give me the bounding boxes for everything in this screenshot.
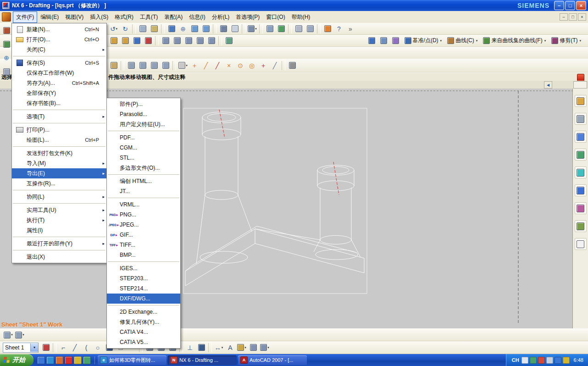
- hd3d-tools-icon[interactable]: [575, 166, 587, 178]
- curves-from-curveset-button[interactable]: 来自曲线集的曲线(F)▾: [481, 35, 548, 46]
- volume-icon[interactable]: [546, 357, 553, 364]
- part-navigator-icon[interactable]: [575, 131, 587, 143]
- file-menu-item[interactable]: 打开(O)...Ctrl+O: [12, 34, 106, 44]
- file-menu-item[interactable]: 属性(I): [12, 225, 106, 235]
- export-submenu-item[interactable]: STEP203...: [107, 273, 180, 283]
- point-constructor-icon[interactable]: ⊕: [1, 52, 12, 63]
- export-submenu-item[interactable]: 编创 HTML...: [107, 176, 180, 186]
- snap-intersection-icon[interactable]: ×: [223, 60, 234, 71]
- file-menu-item[interactable]: 新建(N)...Ctrl+N: [12, 24, 106, 34]
- history-icon[interactable]: [575, 184, 587, 196]
- scroll-left-button[interactable]: ◀: [544, 81, 552, 89]
- export-submenu-item[interactable]: JPEG▸JPEG...: [107, 220, 180, 230]
- layer-settings-icon[interactable]: [293, 23, 304, 34]
- export-submenu-item[interactable]: PNG▸PNG...: [107, 210, 180, 220]
- snap-control-point-icon[interactable]: ╱: [212, 60, 223, 71]
- datum-axis-icon[interactable]: [120, 35, 131, 46]
- edge-blend-icon[interactable]: [194, 35, 205, 46]
- menubar-item-12[interactable]: 帮助(H): [288, 11, 314, 23]
- file-menu-item[interactable]: 协同(L)▸: [12, 192, 106, 202]
- align-center-icon[interactable]: [137, 60, 148, 71]
- scratch-pad-icon[interactable]: [575, 238, 587, 250]
- file-menu-item[interactable]: 绘图(L)...Ctrl+P: [12, 135, 106, 145]
- language-indicator[interactable]: CH: [512, 357, 519, 363]
- export-submenu-item[interactable]: DXF/DWG...: [107, 294, 180, 304]
- file-menu-item[interactable]: 打印(P)...: [12, 125, 106, 135]
- measure-icon[interactable]: [223, 35, 234, 46]
- snap-angle-icon[interactable]: ╱: [269, 60, 280, 71]
- stop-icon[interactable]: [577, 74, 584, 81]
- dimension-icon[interactable]: ↔▾: [213, 342, 224, 353]
- system-materials-icon[interactable]: [575, 202, 587, 214]
- update-icon[interactable]: [563, 357, 570, 364]
- file-menu-item[interactable]: 选项(T)▸: [12, 111, 106, 122]
- snap-endpoint-icon[interactable]: +: [189, 60, 200, 71]
- network-icon[interactable]: [555, 357, 561, 364]
- media-player-icon[interactable]: [55, 356, 63, 364]
- sketch-icon[interactable]: [143, 35, 154, 46]
- export-submenu-item[interactable]: STEP214...: [107, 283, 180, 294]
- open-in-window-icon[interactable]: [108, 60, 119, 71]
- text-curve-icon[interactable]: [390, 35, 401, 46]
- export-submenu-item[interactable]: Parasolid...: [107, 109, 180, 119]
- file-menu-item[interactable]: 互操作(R)...: [12, 178, 106, 189]
- toolbar-overflow-icon[interactable]: »: [345, 23, 356, 34]
- roles-icon[interactable]: [575, 220, 587, 232]
- file-menu-item[interactable]: 全部保存(Y): [12, 88, 106, 98]
- sheet-selector-dropdown-icon[interactable]: ▾: [30, 344, 38, 352]
- export-submenu-item[interactable]: 用户定义特征(U)...: [107, 119, 180, 129]
- pan-icon[interactable]: [189, 23, 200, 34]
- snap-existing-point-icon[interactable]: +: [258, 60, 269, 71]
- spline-icon[interactable]: [378, 35, 389, 46]
- zoom-icon[interactable]: ⊕: [178, 23, 189, 34]
- file-menu-item[interactable]: 实用工具(U)▸: [12, 205, 106, 215]
- mdi-close-button[interactable]: ×: [578, 13, 586, 21]
- constraints-icon[interactable]: ⊥: [184, 342, 195, 353]
- file-menu-item[interactable]: 发送到打包文件(K): [12, 148, 106, 158]
- menubar-item-4[interactable]: 插入(S): [87, 11, 111, 23]
- export-submenu-item[interactable]: STL...: [107, 153, 180, 163]
- export-submenu-item[interactable]: GIF▸GIF...: [107, 230, 180, 240]
- minimize-button[interactable]: –: [554, 1, 564, 10]
- arc-icon[interactable]: (: [81, 342, 92, 353]
- menubar-item-11[interactable]: 窗口(O): [263, 11, 288, 23]
- datum-plane-icon[interactable]: [108, 35, 119, 46]
- messenger-quicklaunch-icon[interactable]: [83, 356, 91, 364]
- snap-midpoint-icon[interactable]: ╱: [200, 60, 211, 71]
- file-menu-item[interactable]: 导出(E)▸: [12, 168, 106, 178]
- profile-icon[interactable]: ⌐: [58, 342, 69, 353]
- drafting-tool-icon[interactable]: [1, 25, 12, 36]
- point-icon[interactable]: [131, 35, 142, 46]
- ie-quicklaunch-icon[interactable]: [46, 356, 54, 364]
- menubar-item-2[interactable]: 编辑(E): [37, 11, 62, 23]
- drafting-view-icon[interactable]: ▾: [259, 342, 270, 353]
- file-menu-item[interactable]: 执行(T)▸: [12, 215, 106, 225]
- file-menu-item[interactable]: 最近打开的部件(Y)▸: [12, 238, 106, 249]
- update-display-icon[interactable]: [276, 23, 287, 34]
- file-menu-item[interactable]: 保存书签(B)...: [12, 98, 106, 108]
- sheet-selector[interactable]: Sheet 1 ▾: [3, 343, 39, 353]
- circle-icon[interactable]: ○: [92, 342, 103, 353]
- chamfer-icon[interactable]: [206, 35, 217, 46]
- show-desktop-icon[interactable]: [37, 356, 45, 364]
- rotate-view-icon[interactable]: [200, 23, 211, 34]
- file-menu-item[interactable]: 导入(M)▸: [12, 158, 106, 168]
- layer-control-button[interactable]: ▾: [14, 329, 25, 340]
- export-submenu-item[interactable]: 部件(P)...: [107, 99, 180, 109]
- file-menu-item[interactable]: 另存为(A)...Ctrl+Shift+A: [12, 78, 106, 88]
- note-icon[interactable]: ▾: [236, 342, 247, 353]
- paste-icon[interactable]: [149, 23, 160, 34]
- shaded-view-icon[interactable]: [218, 23, 229, 34]
- menubar-item-6[interactable]: 工具(T): [137, 11, 161, 23]
- snap-arc-center-icon[interactable]: ⊙: [235, 60, 246, 71]
- fit-view-icon[interactable]: [166, 23, 177, 34]
- selection-filter-icon[interactable]: ▾: [178, 60, 189, 71]
- start-button[interactable]: 开始: [0, 354, 33, 366]
- constraint-navigator-icon[interactable]: [575, 113, 587, 125]
- curve-button[interactable]: 曲线(C)▾: [445, 35, 480, 46]
- export-submenu-item[interactable]: 修复几何体(Y)...: [107, 317, 180, 327]
- close-button[interactable]: ×: [576, 1, 586, 10]
- extrude-icon[interactable]: [160, 35, 171, 46]
- file-menu-item[interactable]: 保存(S)Ctrl+S: [12, 58, 106, 68]
- snap-preferences-icon[interactable]: [322, 23, 333, 34]
